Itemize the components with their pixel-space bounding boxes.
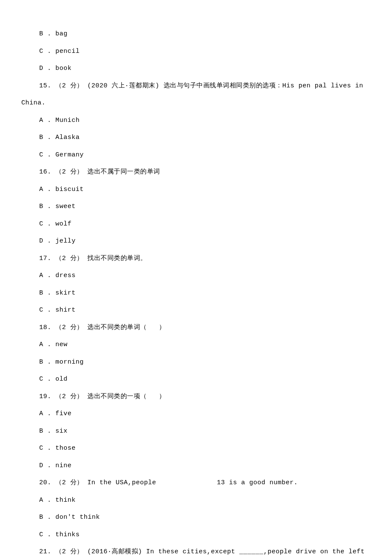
q19-option-d: D . nine bbox=[21, 457, 371, 475]
question-19: 19. （2 分） 选出不同类的一项（ ） bbox=[21, 388, 371, 406]
q15-option-c: C . Germany bbox=[21, 147, 371, 164]
option-c-pencil: C . pencil bbox=[21, 43, 371, 61]
option-d-book: D . book bbox=[21, 60, 371, 78]
q20-option-c: C . thinks bbox=[21, 526, 371, 544]
question-15-tail: China. bbox=[21, 95, 371, 112]
q17-option-b: B . skirt bbox=[21, 285, 371, 302]
q17-option-c: C . shirt bbox=[21, 302, 371, 319]
question-16: 16. （2 分） 选出不属于同一类的单词 bbox=[21, 164, 371, 181]
q18-option-a: A . new bbox=[21, 336, 371, 354]
q20-option-a: A . think bbox=[21, 492, 371, 509]
q17-option-a: A . dress bbox=[21, 267, 371, 285]
q16-option-b: B . sweet bbox=[21, 198, 371, 216]
question-21: 21. （2 分） (2016·高邮模拟) In these cities,ex… bbox=[21, 543, 371, 555]
q19-option-b: B . six bbox=[21, 423, 371, 440]
q18-option-b: B . morning bbox=[21, 354, 371, 371]
q20-option-b: B . don't think bbox=[21, 509, 371, 526]
q18-option-c: C . old bbox=[21, 371, 371, 388]
q16-option-a: A . biscuit bbox=[21, 181, 371, 199]
question-17: 17. （2 分） 找出不同类的单词。 bbox=[21, 250, 371, 268]
question-15: 15. （2 分） (2020 六上·莲都期末) 选出与句子中画线单词相同类别的… bbox=[21, 78, 371, 95]
q15-option-b: B . Alaska bbox=[21, 129, 371, 147]
page-content: B . bag C . pencil D . book 15. （2 分） (2… bbox=[0, 0, 392, 555]
question-20: 20. （2 分） In the USA,people 13 is a good… bbox=[21, 474, 371, 492]
q19-option-c: C . those bbox=[21, 440, 371, 457]
q16-option-c: C . wolf bbox=[21, 216, 371, 233]
q19-option-a: A . five bbox=[21, 405, 371, 423]
q16-option-d: D . jelly bbox=[21, 233, 371, 250]
question-18: 18. （2 分） 选出不同类的单词（ ） bbox=[21, 319, 371, 337]
q15-option-a: A . Munich bbox=[21, 112, 371, 130]
option-b-bag: B . bag bbox=[21, 26, 371, 43]
